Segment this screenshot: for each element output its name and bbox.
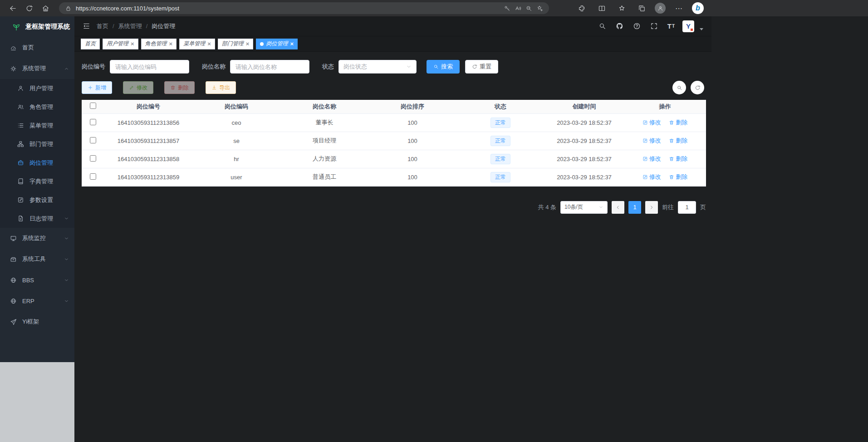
sidebar-item-tools[interactable]: 系统工具 [0,249,74,270]
sidebar-item-departments[interactable]: 部门管理 [0,135,74,153]
post-code-label: 岗位编号 [82,63,105,71]
pagination: 共 4 条 10条/页 1 前往 页 [82,201,706,214]
extensions-icon[interactable] [575,2,588,15]
collections-icon[interactable] [635,2,648,15]
sidebar-item-users[interactable]: 用户管理 [0,79,74,98]
edit-row-link[interactable]: 修改 [642,155,661,163]
sidebar-item-menus[interactable]: 菜单管理 [0,116,74,135]
posts-table: 岗位编号 岗位编码 岗位名称 岗位排序 状态 创建时间 操作 164103059… [82,100,706,187]
tab-menus[interactable]: 菜单管理 [179,39,215,49]
row-checkbox[interactable] [90,137,96,143]
status-select[interactable]: 岗位状态 [338,60,417,74]
sidebar-item-dictionary[interactable]: 字典管理 [0,172,74,191]
delete-button[interactable]: 删除 [164,81,195,94]
bing-copilot-icon[interactable] [692,2,704,14]
sidebar-item-system-mgmt[interactable]: 系统管理 [0,58,74,79]
page-1-button[interactable]: 1 [628,201,641,214]
trash-icon [669,138,674,143]
close-icon[interactable] [131,41,134,47]
reset-button[interactable]: 重置 [465,60,498,74]
add-favorite-icon[interactable] [536,5,543,12]
prev-page-button[interactable] [612,201,624,214]
select-all-checkbox[interactable] [90,103,96,109]
tab-users[interactable]: 用户管理 [103,39,138,49]
post-code-input[interactable] [110,60,189,74]
refresh-table-button[interactable] [691,81,704,94]
chevron-down-icon [64,278,69,283]
split-screen-icon[interactable] [595,2,608,15]
close-icon[interactable] [246,41,250,47]
sidebar-item-posts[interactable]: 岗位管理 [0,153,74,172]
tab-departments[interactable]: 部门管理 [218,39,254,49]
help-icon[interactable] [631,20,642,32]
profile-avatar[interactable] [655,3,666,14]
sidebar-item-bbs[interactable]: BBS [0,270,74,290]
goto-page-input[interactable] [678,201,696,214]
export-button[interactable]: 导出 [206,81,236,94]
table-row: 1641030593112313859 user 普通员工 100 正常 202… [82,168,706,186]
home-button[interactable] [37,2,54,15]
chevron-down-icon [64,299,69,304]
close-icon[interactable] [169,41,173,47]
edit-button[interactable]: 修改 [123,81,153,94]
delete-row-link[interactable]: 删除 [669,137,687,145]
post-name-input[interactable] [230,60,309,74]
row-checkbox[interactable] [90,155,96,162]
close-icon[interactable] [207,41,211,47]
edit-row-link[interactable]: 修改 [642,137,661,145]
fullscreen-icon[interactable] [648,20,660,32]
favorites-icon[interactable] [615,2,628,15]
text-size-icon[interactable] [665,20,677,32]
sidebar-menu: 意框架管理系统 首页 系统管理 用户管理 角色管理 [0,16,74,362]
password-key-icon[interactable] [504,5,510,12]
read-aloud-icon[interactable] [515,5,521,12]
show-search-button[interactable] [672,81,686,94]
edit-row-link[interactable]: 修改 [642,173,661,181]
sidebar-fold-icon[interactable] [83,22,90,30]
page-size-select[interactable]: 10条/页 [560,201,608,214]
next-page-button[interactable] [645,201,658,214]
sidebar-item-logs[interactable]: 日志管理 [0,209,74,228]
sidebar-item-erp[interactable]: ERP [0,290,74,311]
header-search-icon[interactable] [596,20,608,32]
col-post-id: 岗位编号 [104,100,192,113]
refresh-button[interactable] [21,2,37,15]
delete-row-link[interactable]: 删除 [669,155,687,163]
sidebar-item-yi-framework[interactable]: Yi框架 [0,311,74,332]
tab-posts[interactable]: 岗位管理 [256,39,298,49]
tab-home[interactable]: 首页 [81,39,100,49]
row-checkbox[interactable] [90,173,96,180]
status-badge: 正常 [490,154,510,164]
back-button[interactable] [5,2,21,15]
tab-roles[interactable]: 角色管理 [141,39,177,49]
breadcrumb-item-system[interactable]: 系统管理 [118,22,142,30]
close-icon[interactable] [290,41,294,47]
active-dot [260,42,264,46]
delete-row-link[interactable]: 删除 [669,118,687,127]
more-menu-icon[interactable] [672,2,686,15]
status-badge: 正常 [490,136,510,146]
globe-icon [10,277,17,284]
breadcrumb-separator [113,23,114,29]
user-avatar[interactable] [682,20,694,32]
breadcrumb-item-posts: 岗位管理 [152,22,175,30]
sidebar: 意框架管理系统 首页 系统管理 用户管理 角色管理 [0,16,74,442]
zoom-icon[interactable] [525,5,532,12]
delete-row-link[interactable]: 删除 [669,173,687,181]
url-text[interactable]: https://ccnetcore.com:1101/system/post [76,5,500,12]
address-bar[interactable]: https://ccnetcore.com:1101/system/post [59,2,549,14]
edit-row-link[interactable]: 修改 [642,118,661,127]
search-button[interactable]: 搜索 [427,60,460,74]
sidebar-item-roles[interactable]: 角色管理 [0,98,74,116]
app-logo[interactable]: 意框架管理系统 [0,16,74,37]
chevron-down-icon[interactable] [700,28,703,30]
sidebar-item-parameters[interactable]: 参数设置 [0,191,74,209]
add-button[interactable]: 新增 [82,81,112,94]
github-icon[interactable] [613,20,625,32]
sidebar-item-home[interactable]: 首页 [0,37,74,58]
pen-icon [642,156,648,162]
edit-square-icon [17,196,24,203]
breadcrumb-item-home[interactable]: 首页 [97,22,108,30]
row-checkbox[interactable] [90,119,96,125]
sidebar-item-monitoring[interactable]: 系统监控 [0,228,74,249]
